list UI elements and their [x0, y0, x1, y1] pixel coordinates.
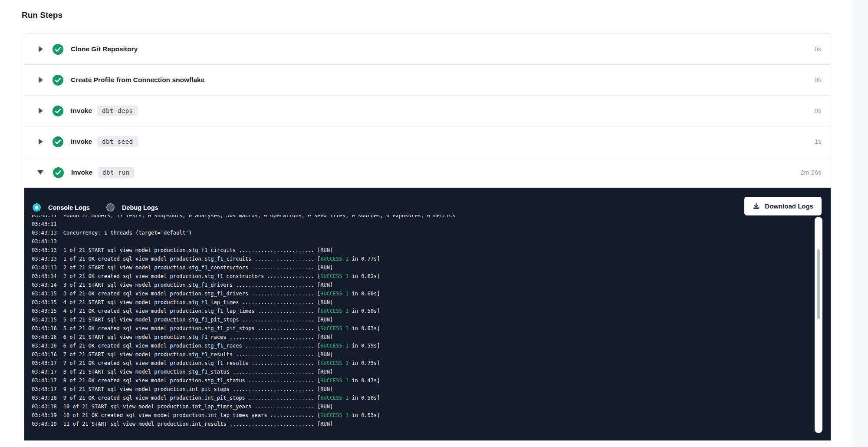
step-label: Clone Git Repository	[71, 45, 138, 53]
log-scrollbar-thumb[interactable]	[817, 249, 820, 319]
step-label: Create Profile from Connection snowflake	[71, 76, 204, 84]
radio-console-logs[interactable]: Console Logs	[33, 203, 90, 212]
log-scrollbar[interactable]	[815, 217, 822, 433]
success-check-icon	[53, 75, 63, 86]
log-line: 03:43:132 of 21 START sql view model pro…	[32, 263, 813, 272]
log-line: 03:43:177 of 21 OK created sql view mode…	[32, 359, 813, 368]
radio-debug-logs[interactable]: Debug Logs	[106, 203, 158, 212]
download-icon	[753, 202, 760, 210]
log-type-radio-group: Console Logs Debug Logs	[33, 203, 158, 212]
log-line: 03:43:143 of 21 START sql view model pro…	[32, 281, 813, 289]
step-duration: 0s	[815, 76, 821, 83]
log-line: 03:43:166 of 21 OK created sql view mode…	[32, 341, 813, 350]
step-label: Invoke	[71, 169, 92, 176]
log-line: 03:43:155 of 21 START sql view model pro…	[32, 315, 813, 324]
page-title: Run Steps	[22, 10, 62, 20]
console-log-panel: Console Logs Debug Logs Download Logs 03…	[24, 188, 831, 440]
step-duration: 1s	[815, 138, 821, 145]
command-chip: dbt seed	[97, 136, 138, 147]
log-line: 03:43:11	[32, 220, 813, 228]
log-line: 03:43:11Found 21 models, 17 tests, 0 sna…	[32, 215, 813, 220]
log-line: 03:43:189 of 21 OK created sql view mode…	[32, 394, 813, 402]
step-row-invoke-dbt-deps[interactable]: Invoke dbt deps 0s	[24, 96, 831, 126]
chevron-down-icon[interactable]	[37, 170, 43, 175]
step-label: Invoke	[71, 107, 92, 115]
run-steps-card: Clone Git Repository 0s Create Profile f…	[24, 33, 831, 443]
log-line: 03:43:131 of 21 START sql view model pro…	[32, 246, 813, 255]
success-check-icon	[53, 44, 63, 55]
radio-label[interactable]: Console Logs	[48, 204, 90, 211]
command-chip: dbt deps	[97, 106, 138, 116]
log-line: 03:43:1911 of 21 START sql view model pr…	[32, 420, 813, 428]
radio-selected-icon[interactable]	[33, 203, 41, 212]
log-output[interactable]: 03:43:11Found 21 models, 17 tests, 0 sna…	[32, 215, 813, 439]
chevron-right-icon[interactable]	[39, 108, 43, 114]
chevron-right-icon[interactable]	[39, 77, 43, 83]
log-line: 03:43:166 of 21 START sql view model pro…	[32, 333, 813, 341]
download-logs-button[interactable]: Download Logs	[744, 197, 822, 215]
step-duration: 2m 26s	[800, 169, 821, 176]
command-chip: dbt run	[98, 167, 135, 178]
step-row-invoke-dbt-run[interactable]: Invoke dbt run 2m 26s	[24, 157, 831, 188]
success-check-icon	[53, 167, 64, 178]
log-line: 03:43:13	[32, 237, 813, 246]
right-gutter	[854, 0, 868, 447]
step-row-clone-git-repository[interactable]: Clone Git Repository 0s	[24, 34, 831, 65]
chevron-right-icon[interactable]	[39, 139, 43, 145]
success-check-icon	[53, 136, 63, 147]
log-line: 03:43:1910 of 21 OK created sql view mod…	[32, 411, 813, 420]
step-duration: 0s	[815, 107, 821, 114]
radio-label[interactable]: Debug Logs	[122, 204, 158, 211]
step-row-invoke-dbt-seed[interactable]: Invoke dbt seed 1s	[24, 126, 831, 157]
log-line: 03:43:153 of 21 OK created sql view mode…	[32, 289, 813, 298]
log-line: 03:43:178 of 21 OK created sql view mode…	[32, 376, 813, 385]
step-row-create-profile[interactable]: Create Profile from Connection snowflake…	[24, 65, 831, 96]
log-line: 03:43:178 of 21 START sql view model pro…	[32, 368, 813, 376]
step-label: Invoke	[71, 138, 92, 146]
log-line: 03:43:1810 of 21 START sql view model pr…	[32, 402, 813, 411]
download-logs-label: Download Logs	[765, 202, 813, 210]
step-duration: 0s	[815, 46, 821, 53]
log-line: 03:43:13Concurrency: 1 threads (target='…	[32, 228, 813, 237]
log-line: 03:43:131 of 21 OK created sql view mode…	[32, 255, 813, 263]
log-lines: 03:43:11Found 21 models, 17 tests, 0 sna…	[32, 215, 813, 428]
log-line: 03:43:179 of 21 START sql view model pro…	[32, 385, 813, 394]
log-line: 03:43:154 of 21 START sql view model pro…	[32, 298, 813, 307]
log-line: 03:43:167 of 21 START sql view model pro…	[32, 350, 813, 359]
log-line: 03:43:165 of 21 OK created sql view mode…	[32, 324, 813, 333]
chevron-right-icon[interactable]	[39, 46, 43, 52]
success-check-icon	[53, 106, 63, 116]
log-line: 03:43:154 of 21 OK created sql view mode…	[32, 307, 813, 315]
log-line: 03:43:142 of 21 OK created sql view mode…	[32, 272, 813, 281]
radio-unselected-icon[interactable]	[106, 203, 115, 212]
